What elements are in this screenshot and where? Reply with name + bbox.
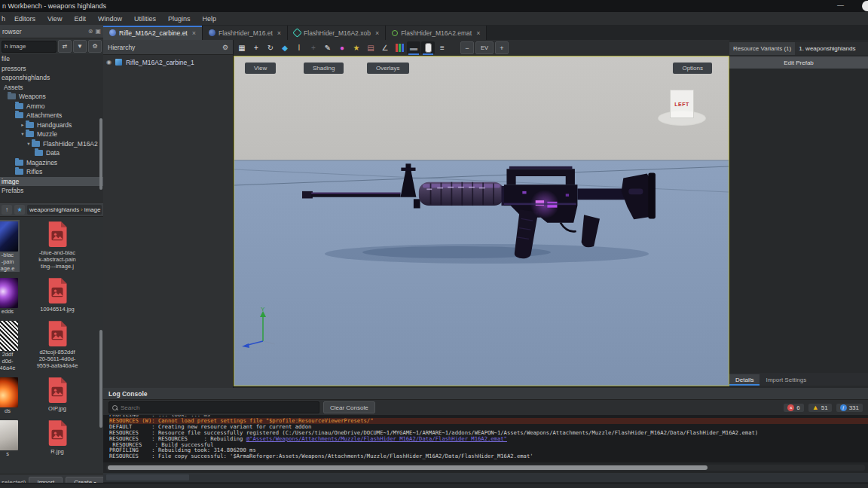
panel-unpin-icon[interactable]: ⊗	[88, 28, 93, 35]
tree-item-image[interactable]: image	[0, 177, 103, 187]
pivot-icon[interactable]: +	[307, 41, 320, 54]
up-arrow-icon[interactable]: ↑	[2, 205, 12, 215]
tab-rifle-m16a2-carbine-et[interactable]: Rifle_M16A2_carbine.et×	[103, 26, 203, 40]
tree-item-flashhider-m16a2[interactable]: ▾FlashHider_M16A2	[0, 139, 103, 149]
tab-import-settings[interactable]: Import Settings	[760, 374, 812, 386]
log-output[interactable]: PROFILING : ... took: ... msRESOURCES (W…	[103, 415, 868, 462]
filter-icon[interactable]: ▼	[73, 40, 87, 53]
overlays-menu-button[interactable]: Overlays	[367, 63, 409, 74]
file-item-d2tcoji-852ddf[interactable]: d2tcoji-852ddf 20-5611-4d0d- 9559-aafa46…	[20, 319, 95, 371]
warning-count-badge[interactable]: ▲ 51	[808, 404, 832, 412]
tree-item-magazines[interactable]: Magazines	[0, 158, 103, 168]
tree-item-prefabs[interactable]: Prefabs	[0, 186, 103, 196]
tab-close-icon[interactable]: ×	[476, 29, 480, 37]
tree-item-assets[interactable]: Assets	[0, 83, 103, 93]
tree-item-file[interactable]: file	[0, 54, 103, 64]
file-thumbnail[interactable]: ds	[0, 376, 20, 414]
tree-item-eaponshighlands[interactable]: eaponshighlands	[0, 73, 103, 83]
tab-details[interactable]: Details	[729, 374, 760, 386]
tree-scrollbar[interactable]	[99, 118, 102, 190]
expand-arrow-icon[interactable]: ▾	[20, 131, 26, 137]
title-bar[interactable]: n Workbench - weapons highlands —	[0, 0, 868, 12]
bounds-icon[interactable]: ◆	[278, 41, 292, 54]
log-scrollbar-thumb[interactable]	[108, 465, 708, 470]
info-count-badge[interactable]: i 331	[836, 404, 863, 412]
file-thumbnail[interactable]: 2ddf d0d- 46a4e	[0, 319, 20, 371]
file-item-blue-and-blac[interactable]: -blue-and-blac k-abstract-pain ting---im…	[20, 220, 95, 272]
grid-icon[interactable]: ▦	[235, 41, 249, 54]
tab-flashhider-m16a2-xob[interactable]: FlashHider_M16A2.xob×	[288, 26, 386, 40]
browser-search-input[interactable]: h image	[2, 41, 57, 53]
exposure-value-button[interactable]: EV	[475, 41, 494, 54]
expand-arrow-icon[interactable]: ▾	[26, 141, 32, 147]
tree-item-ammo[interactable]: Ammo	[0, 102, 103, 111]
tree-item-weapons[interactable]: Weapons	[0, 92, 103, 102]
file-grid-scrollbar[interactable]	[99, 330, 102, 428]
log-search-input[interactable]: Search	[108, 401, 319, 413]
menu-item-utilities[interactable]: Utilities	[128, 14, 162, 24]
edit-prefab-button[interactable]: Edit Prefab	[729, 56, 868, 69]
tree-item-pressors[interactable]: pressors	[0, 64, 103, 74]
file-thumbnail[interactable]: edds	[0, 276, 20, 315]
light-icon[interactable]: ★	[350, 41, 363, 54]
view-menu-button[interactable]: View	[245, 63, 276, 74]
tree-item-data[interactable]: Data	[0, 148, 103, 158]
menu-item-clipped[interactable]: h	[0, 14, 8, 24]
log-file-link[interactable]: @"Assets/Weapons/Attachments/Muzzle/Flas…	[246, 435, 507, 442]
color-wheel-icon[interactable]: ●	[335, 41, 349, 54]
visibility-eye-icon[interactable]: ◉	[106, 59, 112, 66]
menu-item-window[interactable]: Window	[92, 14, 128, 24]
tab-close-icon[interactable]: ×	[192, 29, 196, 37]
menu-item-view[interactable]: View	[41, 14, 68, 24]
options-button[interactable]: Options	[673, 63, 712, 74]
menu-item-edit[interactable]: Edit	[68, 14, 92, 24]
viewport-3d[interactable]: LEFT Y View Shading Overlays Options	[234, 56, 729, 386]
tree-item-rifles[interactable]: Rifles	[0, 167, 103, 177]
ink-icon[interactable]: ✎	[321, 41, 335, 54]
hierarchy-item-rifle[interactable]: ◉ Rifle_M16A2_carbine_1	[103, 55, 233, 69]
mouse-icon[interactable]	[421, 41, 435, 54]
favorite-star-icon[interactable]: ★	[14, 205, 25, 215]
breadcrumb-current[interactable]: image	[84, 206, 101, 213]
exposure-plus-button[interactable]: +	[495, 41, 509, 54]
angle-icon[interactable]: ∠	[378, 41, 392, 54]
tree-item-attachments[interactable]: Attachments	[0, 111, 103, 120]
rotate-icon[interactable]: ↻	[264, 41, 277, 54]
tree-item-muzzle[interactable]: ▾Muzzle	[0, 130, 103, 139]
tab-close-icon[interactable]: ×	[375, 29, 379, 37]
log-horizontal-scrollbar[interactable]	[106, 465, 865, 471]
rgb-bars-icon[interactable]	[393, 41, 406, 54]
menu-item-help[interactable]: Help	[196, 14, 222, 24]
close-button[interactable]	[862, 1, 868, 11]
panel-popout-icon[interactable]: ▣	[95, 28, 101, 35]
file-thumbnail[interactable]: s	[0, 419, 20, 457]
expand-arrow-icon[interactable]: ▸	[20, 122, 26, 128]
list-icon[interactable]: ≡	[436, 41, 449, 54]
file-thumbnail[interactable]: -blac -pain age.e	[0, 220, 20, 272]
texture-icon[interactable]: ▤	[364, 41, 377, 54]
shading-menu-button[interactable]: Shading	[304, 63, 344, 74]
log-console-header[interactable]: Log Console	[103, 388, 868, 400]
clear-console-button[interactable]: Clear Console	[323, 401, 375, 413]
exposure-minus-button[interactable]: −	[460, 41, 474, 54]
text-cursor-icon[interactable]: I	[292, 41, 306, 54]
menu-item-editors[interactable]: Editors	[8, 14, 41, 24]
tree-item-handguards[interactable]: ▸Handguards	[0, 120, 103, 130]
resource-variants-dropdown[interactable]: 1. weaponshighlands	[795, 42, 868, 55]
menu-item-plugins[interactable]: Plugins	[162, 14, 197, 24]
background-icon[interactable]: ▬	[407, 41, 420, 54]
browser-settings-gear-icon[interactable]: ⚙	[88, 40, 102, 53]
file-item-r-jpg[interactable]: R.jpg	[20, 419, 95, 457]
error-count-badge[interactable]: × 6	[784, 404, 803, 412]
translate-icon[interactable]: +	[249, 41, 263, 54]
file-item-oip-jpg[interactable]: OIP.jpg	[20, 376, 95, 414]
minimize-button[interactable]: —	[837, 2, 844, 9]
breadcrumb-root[interactable]: weaponshighlands	[29, 206, 79, 213]
breadcrumb-path[interactable]: weaponshighlands › image	[27, 205, 102, 215]
sync-selection-icon[interactable]: ⇄	[58, 40, 72, 53]
tab-flashhider-m16-et[interactable]: FlashHider_M16.et×	[203, 26, 288, 40]
file-item-10946514-jpg[interactable]: 10946514.jpg	[20, 276, 95, 315]
hierarchy-gear-icon[interactable]: ⚙	[222, 44, 228, 51]
tab-close-icon[interactable]: ×	[277, 29, 281, 37]
orientation-gizmo-cube[interactable]: LEFT	[670, 90, 694, 118]
